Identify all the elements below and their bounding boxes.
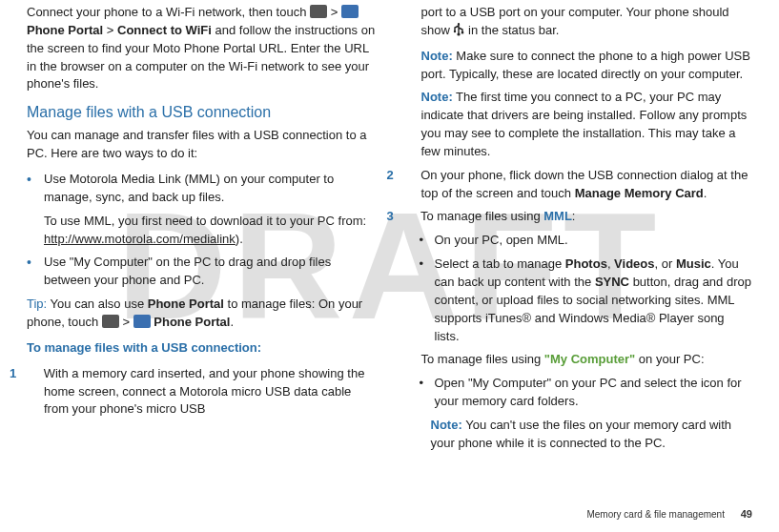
- left-column: Connect your phone to a Wi-Fi network, t…: [27, 4, 376, 459]
- launcher-icon: [102, 315, 119, 328]
- text: :: [572, 209, 576, 223]
- launcher-icon: [310, 5, 327, 18]
- list-item: Select a tab to manage Photos, Videos, o…: [431, 256, 753, 345]
- my-computer-paragraph: To manage files using "My Computer" on y…: [404, 351, 753, 369]
- right-column: port to a USB port on your computer. You…: [404, 4, 753, 459]
- footer-section: Memory card & file management: [586, 509, 725, 520]
- phone-portal-icon: [341, 5, 359, 18]
- text: , or: [655, 256, 676, 271]
- text: port to a USB port on your computer. You…: [421, 5, 729, 37]
- svg-point-0: [458, 32, 461, 35]
- list-item: Open "My Computer" on your PC and select…: [431, 375, 753, 411]
- page-number: 49: [741, 508, 752, 520]
- phone-portal-label: Phone Portal: [154, 315, 230, 329]
- gt: >: [107, 23, 117, 37]
- step-text: On your phone, flick down the USB connec…: [420, 168, 748, 200]
- text: on your PC:: [635, 352, 704, 366]
- text: To use MML, you first need to download i…: [44, 214, 366, 228]
- text: .: [704, 186, 707, 200]
- phone-portal-label: Phone Portal: [148, 297, 224, 311]
- note-label: Note:: [421, 49, 453, 63]
- text: Open "My Computer" on your PC and select…: [435, 376, 742, 408]
- text: Make sure to connect the phone to a high…: [421, 49, 750, 81]
- my-computer-sublist: Open "My Computer" on your PC and select…: [404, 375, 753, 411]
- phone-portal-label: Phone Portal: [27, 23, 103, 37]
- note-label: Note:: [431, 418, 466, 432]
- music-label: Music: [676, 256, 711, 271]
- list-item: Use Motorola Media Link (MML) on your co…: [40, 171, 376, 248]
- text: .: [230, 315, 234, 329]
- step-1: 1 With a memory card inserted, and your …: [27, 365, 376, 419]
- note-2: Note: The first time you connect to a PC…: [404, 89, 753, 160]
- note-1: Note: Make sure to connect the phone to …: [404, 48, 753, 84]
- mml-download-note: To use MML, you first need to download i…: [44, 213, 376, 249]
- text: You can also use: [51, 297, 148, 311]
- text: Use Motorola Media Link (MML) on your co…: [44, 172, 334, 204]
- gt: >: [331, 5, 341, 19]
- step-1-continued: port to a USB port on your computer. You…: [404, 4, 753, 42]
- text: Connect your phone to a Wi-Fi network, t…: [27, 5, 310, 19]
- step-text: With a memory card inserted, and your ph…: [44, 366, 365, 417]
- step-number: 1: [27, 365, 40, 383]
- page-columns: Connect your phone to a Wi-Fi network, t…: [0, 0, 779, 459]
- text: You can't use the files on your memory c…: [431, 418, 732, 450]
- usb-options-list: Use Motorola Media Link (MML) on your co…: [27, 171, 376, 290]
- step-text: To manage files using MML:: [420, 209, 576, 223]
- gt: >: [122, 315, 133, 329]
- manage-memory-card-label: Manage Memory Card: [575, 186, 704, 200]
- svg-rect-2: [461, 31, 463, 33]
- photos-label: Photos: [565, 256, 607, 271]
- text: Select a tab to manage: [435, 256, 565, 271]
- step-3: 3 To manage files using MML:: [404, 208, 753, 226]
- usb-intro: You can manage and transfer files with a…: [27, 127, 376, 163]
- intro-paragraph: Connect your phone to a Wi-Fi network, t…: [27, 4, 376, 93]
- text: ).: [236, 232, 243, 246]
- text: To manage files using: [420, 209, 543, 223]
- mml-link[interactable]: http://www.motorola.com/medialink: [44, 232, 236, 246]
- inner-note: Note: You can't use the files on your me…: [404, 417, 753, 453]
- phone-portal-icon: [133, 315, 151, 328]
- step-number: 3: [404, 208, 418, 226]
- text: On your PC, open MML.: [435, 233, 568, 247]
- videos-label: Videos: [614, 256, 654, 271]
- mml-label: MML: [543, 209, 572, 223]
- list-item: On your PC, open MML.: [431, 232, 753, 250]
- tip-paragraph: Tip: You can also use Phone Portal to ma…: [27, 296, 376, 332]
- connect-wifi-label: Connect to WiFi: [117, 23, 212, 37]
- text: To manage files using: [421, 352, 544, 366]
- usb-icon: [453, 23, 464, 42]
- note-label: Note:: [421, 90, 453, 104]
- svg-marker-3: [458, 23, 461, 25]
- my-computer-label: "My Computer": [544, 352, 635, 366]
- text: Use "My Computer" on the PC to drag and …: [44, 255, 331, 287]
- step-2: 2 On your phone, flick down the USB conn…: [404, 167, 753, 203]
- sync-label: SYNC: [595, 275, 629, 289]
- heading-manage-files-usb: Manage files with a USB connection: [27, 101, 376, 123]
- step-3-sublist: On your PC, open MML. Select a tab to ma…: [404, 232, 753, 345]
- svg-point-1: [454, 31, 456, 32]
- text: The first time you connect to a PC, your…: [421, 90, 748, 158]
- page-footer: Memory card & file management 49: [586, 507, 752, 522]
- list-item: Use "My Computer" on the PC to drag and …: [40, 254, 376, 290]
- tip-label: Tip:: [27, 297, 47, 311]
- text: in the status bar.: [468, 23, 559, 37]
- subheading-manage-usb: To manage files with a USB connection:: [27, 339, 376, 358]
- step-number: 2: [404, 167, 418, 185]
